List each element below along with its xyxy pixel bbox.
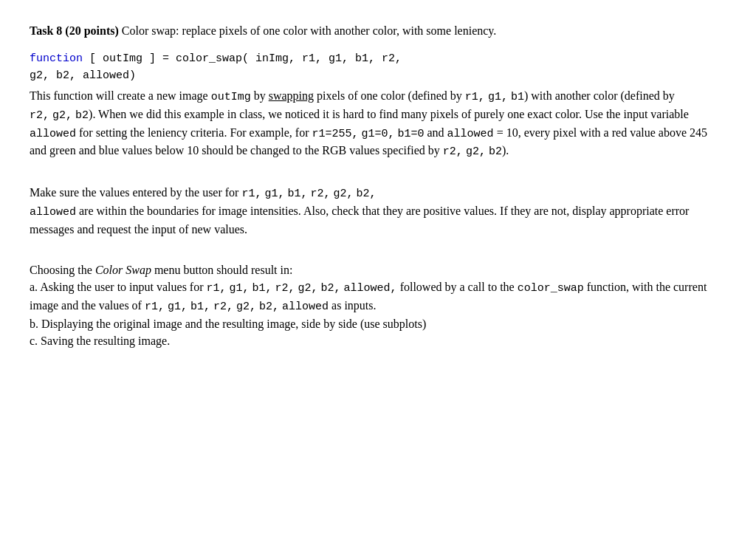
ba-code5: g2, [298,282,318,295]
p2-code2: g1, [264,188,284,200]
p1-text5: ). When we did this example in class, we… [89,108,689,120]
ba-code11: b1, [190,301,210,313]
spacer1 [30,172,724,184]
ba-code8: color_swap [518,282,584,295]
p1-code8: allowed [30,128,76,140]
page-content: Task 8 (20 points) Color swap: replace p… [30,22,724,349]
ba-code13: g2, [236,301,256,313]
bb-text: b. Displaying the original image and the… [30,318,426,330]
p1-code5: r2, [30,109,49,122]
code-block-line1: function [ outImg ] = color_swap( inImg,… [30,51,724,68]
ba-code1: r1, [207,282,227,295]
p2-code-allowed: allowed [30,206,76,219]
paragraph3: Choosing the Color Swap menu button shou… [30,261,724,278]
code-block-line2: g2, b2, allowed) [30,68,724,85]
ba-code2: g1, [230,282,250,295]
p1-text1: This function will create a new image [30,89,211,102]
bc-text: c. Saving the resulting image. [30,335,170,347]
p2-text1: Make sure the values entered by the user… [30,186,241,199]
p1-text3: pixels of one color (defined by [314,89,465,102]
p1-text7: and [425,126,447,139]
p1-code14: g2, [466,145,486,158]
ba-code4: r2, [275,282,295,295]
ba-rest1: followed by a call to the [397,281,518,293]
paragraph2: Make sure the values entered by the user… [30,184,724,238]
code-line1-rest: [ outImg ] = color_swap( inImg, r1, g1, … [83,52,402,65]
p2-code4: r2, [311,188,331,200]
paragraph1: This function will create a new image ou… [30,87,724,160]
p1-code2: r1, [465,91,485,103]
p1-code7: b2 [75,109,89,122]
ba-code12: r2, [213,301,233,313]
ba-end: as inputs. [329,299,376,312]
p2-code3: b1, [287,188,307,200]
p1-code3: g1, [488,91,508,103]
bullet-b: b. Displaying the original image and the… [30,315,724,332]
ba-code9: r1, [145,301,165,313]
p3-text1: Choosing the [30,264,95,276]
p2-rest: are within the boundaries for image inte… [30,205,689,236]
p1-code15: b2 [489,145,502,158]
p1-code1: outImg [211,91,251,103]
ba-code14: b2, [259,301,279,313]
ba-code10: g1, [168,301,188,313]
spacer2 [30,250,724,261]
p1-code11: b1=0 [397,128,424,140]
task-intro-text: Color swap: replace pixels of one color … [119,24,497,37]
ba-text1: a. Asking the user to input values for [30,281,207,293]
bullet-c: c. Saving the resulting image. [30,332,724,349]
keyword-function: function [30,52,83,65]
bullet-a: a. Asking the user to input values for r… [30,278,724,315]
p1-text4: ) with another color (defined by [524,89,675,102]
task-heading-paragraph: Task 8 (20 points) Color swap: replace p… [30,22,724,39]
p2-code6: b2, [357,188,377,200]
p1-end: ). [502,144,509,157]
p3-rest: menu button should result in: [151,264,293,276]
ba-code6: b2, [321,282,341,295]
p3-italic: Color Swap [95,264,151,276]
p1-text2: by [251,89,269,102]
p1-code4: b1 [511,91,524,103]
p1-code10: g1=0, [361,128,394,140]
ba-code3: b1, [252,282,272,295]
p1-code6: g2, [52,109,72,122]
code-line2-text: g2, b2, allowed) [30,69,136,82]
ba-code15: allowed [282,301,329,313]
p2-code5: g2, [334,188,354,200]
p1-code12: allowed [447,128,494,140]
task-title: Task 8 (20 points) [30,24,119,37]
p1-code13: r2, [443,145,463,158]
ba-code7: allowed, [344,282,397,295]
p1-text6: for setting the leniency criteria. For e… [76,126,312,139]
p2-code1: r1, [241,188,261,200]
p1-code9: r1=255, [312,128,358,140]
p1-swapping: swapping [269,89,314,102]
